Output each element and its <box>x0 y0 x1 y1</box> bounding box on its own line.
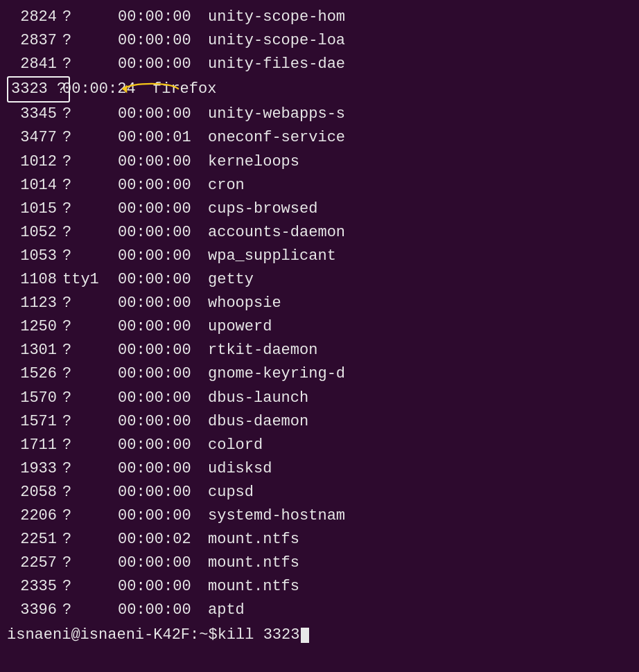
proc-time: 00:00:00 <box>118 315 208 339</box>
proc-time: 00:00:00 <box>118 457 208 481</box>
proc-cmd: rtkit-daemon <box>208 339 632 362</box>
process-row: 1053?00:00:00wpa_supplicant <box>7 245 632 268</box>
proc-cmd: unity-webapps-s <box>208 103 632 126</box>
proc-cmd: whoopsie <box>208 292 632 315</box>
process-row: 1015?00:00:00cups-browsed <box>7 197 632 221</box>
proc-cmd: unity-scope-hom <box>208 6 632 29</box>
proc-cmd: unity-scope-loa <box>208 29 632 53</box>
proc-tty: ? <box>62 434 118 457</box>
process-row: 1250?00:00:00upowerd <box>7 315 632 339</box>
proc-time: 00:00:00 <box>118 197 208 221</box>
proc-tty: ? <box>62 387 118 410</box>
proc-cmd: dbus-launch <box>208 387 632 410</box>
process-row: 2257?00:00:00mount.ntfs <box>7 551 632 575</box>
process-row: 1123?00:00:00whoopsie <box>7 292 632 315</box>
proc-time: 00:00:00 <box>118 150 208 174</box>
proc-tty: ? <box>62 410 118 434</box>
process-row: 2824?00:00:00unity-scope-hom <box>7 6 632 29</box>
proc-pid: 1526 <box>7 362 62 386</box>
arrow-annotation <box>114 79 184 100</box>
proc-pid: 3477 <box>7 126 62 150</box>
proc-pid: 2206 <box>7 504 62 528</box>
proc-time: 00:00:00 <box>118 268 208 292</box>
proc-time: 00:00:00 <box>118 103 208 126</box>
proc-time: 00:00:00 <box>118 575 208 599</box>
proc-time: 00:00:00 <box>118 174 208 197</box>
proc-cmd: unity-files-dae <box>208 53 632 76</box>
proc-cmd: kerneloops <box>208 150 632 174</box>
proc-pid: 1053 <box>7 245 62 268</box>
proc-time: 00:00:00 <box>118 339 208 362</box>
svg-marker-0 <box>122 85 127 94</box>
proc-pid: 1250 <box>7 315 62 339</box>
cursor <box>301 628 309 643</box>
proc-cmd: getty <box>208 268 632 292</box>
proc-tty: ? <box>62 504 118 528</box>
proc-tty: ? <box>62 292 118 315</box>
proc-tty: ? <box>62 575 118 599</box>
process-row: 1301?00:00:00rtkit-daemon <box>7 339 632 362</box>
process-row: 1711?00:00:00colord <box>7 434 632 457</box>
proc-pid: 2257 <box>7 551 62 575</box>
proc-pid: 1015 <box>7 197 62 221</box>
proc-time: 00:00:00 <box>118 221 208 245</box>
prompt-command: kill 3323 <box>218 624 300 647</box>
proc-pid: 3396 <box>7 599 62 622</box>
proc-tty: ? <box>62 528 118 551</box>
proc-time: 00:00:02 <box>118 528 208 551</box>
proc-pid: 2824 <box>7 6 62 29</box>
process-row: 1526?00:00:00gnome-keyring-d <box>7 362 632 386</box>
proc-time: 00:00:00 <box>118 362 208 386</box>
proc-tty: ? <box>62 457 118 481</box>
process-row: 3323 ? 00:00:24firefox <box>7 76 632 103</box>
proc-pid: 1123 <box>7 292 62 315</box>
proc-time: 00:00:00 <box>118 434 208 457</box>
proc-pid: 1711 <box>7 434 62 457</box>
process-row: 2335?00:00:00mount.ntfs <box>7 575 632 599</box>
proc-tty: ? <box>62 53 118 76</box>
proc-pid: 3345 <box>7 103 62 126</box>
process-row: 1052?00:00:00accounts-daemon <box>7 221 632 245</box>
proc-cmd: colord <box>208 434 632 457</box>
proc-tty: ? <box>62 481 118 504</box>
proc-time: 00:00:00 <box>118 29 208 53</box>
proc-tty: ? <box>62 551 118 575</box>
proc-tty: ? <box>62 174 118 197</box>
process-row: 3345?00:00:00unity-webapps-s <box>7 103 632 126</box>
proc-pid: 2335 <box>7 575 62 599</box>
proc-tty: ? <box>62 6 118 29</box>
proc-pid: 1052 <box>7 221 62 245</box>
proc-cmd: udisksd <box>208 457 632 481</box>
proc-cmd: cups-browsed <box>208 197 632 221</box>
proc-tty: ? <box>62 362 118 386</box>
proc-pid: 2058 <box>7 481 62 504</box>
proc-tty: ? <box>62 103 118 126</box>
process-row: 2837?00:00:00unity-scope-loa <box>7 29 632 53</box>
process-row: 1933?00:00:00udisksd <box>7 457 632 481</box>
proc-cmd: cron <box>208 174 632 197</box>
process-row: 1570?00:00:00dbus-launch <box>7 387 632 410</box>
proc-time: 00:00:00 <box>118 387 208 410</box>
proc-cmd: gnome-keyring-d <box>208 362 632 386</box>
proc-pid: 1301 <box>7 339 62 362</box>
process-row: 2206?00:00:00systemd-hostnam <box>7 504 632 528</box>
process-row: 2841?00:00:00unity-files-dae <box>7 53 632 76</box>
terminal-window: 2824?00:00:00unity-scope-hom2837?00:00:0… <box>0 0 639 653</box>
process-row: 2058?00:00:00cupsd <box>7 481 632 504</box>
proc-time: 00:00:00 <box>118 504 208 528</box>
process-row: 1108tty100:00:00getty <box>7 268 632 292</box>
process-row: 2251?00:00:02mount.ntfs <box>7 528 632 551</box>
proc-cmd: oneconf-service <box>208 126 632 150</box>
proc-pid: 1012 <box>7 150 62 174</box>
proc-tty: ? <box>62 339 118 362</box>
proc-pid: 1570 <box>7 387 62 410</box>
proc-cmd: accounts-daemon <box>208 221 632 245</box>
proc-cmd: dbus-daemon <box>208 410 632 434</box>
proc-time: 00:00:00 <box>118 551 208 575</box>
prompt-text: isnaeni@isnaeni-K42F:~$ <box>7 624 218 647</box>
proc-cmd: systemd-hostnam <box>208 504 632 528</box>
proc-time: 00:00:00 <box>118 410 208 434</box>
proc-time: 00:00:01 <box>118 126 208 150</box>
proc-tty: ? <box>62 197 118 221</box>
proc-cmd: firefox <box>152 78 632 101</box>
